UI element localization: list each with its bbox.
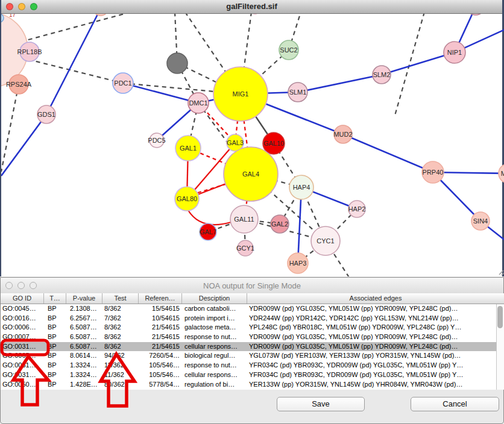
graph-node-gray[interactable] bbox=[167, 53, 187, 73]
table-cell: 6.2567… bbox=[66, 314, 102, 323]
zoom-button[interactable] bbox=[30, 282, 37, 289]
network-window-titlebar[interactable]: galFiltered.sif bbox=[1, 0, 502, 14]
graph-edge bbox=[123, 83, 198, 103]
table-row[interactable]: GO:0031…BP6.5087…8/36221/54615cellular r… bbox=[1, 342, 496, 352]
graph-node-label: HAP4 bbox=[293, 184, 310, 191]
table-cell: 8/362 bbox=[102, 332, 139, 342]
table-cell: 94/362 bbox=[102, 351, 139, 361]
minimize-button[interactable] bbox=[18, 3, 25, 10]
table-cell: GO:0016… bbox=[1, 314, 44, 323]
dialog-title: NOA output for Single Mode bbox=[1, 278, 503, 293]
table-header: GO IDT…P-valueTestReferen…DesciptionAsso… bbox=[1, 293, 504, 304]
save-button[interactable]: Save bbox=[277, 397, 365, 411]
close-button[interactable] bbox=[5, 282, 13, 289]
table-cell: BP bbox=[44, 370, 66, 380]
table-row[interactable]: GO:0050…BP1.428E…80/3625778/54…regulatio… bbox=[1, 380, 496, 390]
column-header-1[interactable]: T… bbox=[44, 293, 66, 304]
table-row[interactable]: GO:0007…BP6.5087…8/36221/54615response t… bbox=[1, 332, 496, 342]
window-title: galFiltered.sif bbox=[1, 0, 502, 13]
column-header-5[interactable]: Desciption bbox=[182, 293, 247, 304]
graph-edge bbox=[298, 75, 382, 92]
table-cell: 5778/54… bbox=[139, 380, 182, 390]
table-cell: 7/362 bbox=[102, 314, 139, 323]
column-header-6[interactable]: Associated edges bbox=[247, 293, 504, 304]
graph-node-label: SIN4 bbox=[473, 217, 488, 225]
table-row[interactable]: GO:0016…BP6.2567…7/36210/54615protein im… bbox=[1, 314, 496, 323]
cancel-button[interactable]: Cancel bbox=[411, 397, 499, 411]
graph-node-label: MIG1 bbox=[233, 90, 249, 98]
table-cell: GO:0031… bbox=[1, 342, 44, 352]
table-cell: GO:0007… bbox=[1, 332, 44, 342]
results-table: GO:0045…BP2.1308…8/36215/54615carbon cat… bbox=[1, 304, 496, 390]
noa-output-window: NOA output for Single Mode GO IDT…P-valu… bbox=[0, 277, 504, 424]
column-header-4[interactable]: Referen… bbox=[139, 293, 182, 304]
table-cell: 10/54615 bbox=[139, 314, 182, 323]
graph-node-label: SUC2 bbox=[280, 46, 297, 54]
table-cell: YDR009W (pd) YGL035C, YML051W (pp) YDR00… bbox=[247, 332, 496, 342]
column-header-3[interactable]: Test bbox=[102, 293, 139, 304]
column-header-0[interactable]: GO ID bbox=[1, 293, 44, 304]
graph-node-label: PDC5 bbox=[148, 137, 165, 144]
table-cell: 105/546… bbox=[139, 370, 182, 380]
table-cell: BP bbox=[44, 332, 66, 342]
table-cell: 8/362 bbox=[102, 323, 139, 332]
graph-node-label: GAL10 bbox=[263, 140, 284, 147]
table-cell: carbon cataboli… bbox=[182, 304, 247, 314]
table-cell: 6.5087… bbox=[66, 342, 102, 352]
close-button[interactable] bbox=[6, 3, 13, 10]
graph-node-label: GCY1 bbox=[236, 245, 254, 252]
graph-edge bbox=[1, 114, 46, 176]
resize-grip-icon[interactable] bbox=[499, 270, 504, 275]
graph-edge bbox=[46, 8, 101, 114]
table-cell: BP bbox=[44, 361, 66, 370]
network-canvas[interactable]: RPL18BRPS24AGDS1PDC1DMC1MIG1SLM1SLM2NIP1… bbox=[1, 0, 504, 276]
table-cell: YGL073W (pd) YER103W, YER133W (pp) YOR31… bbox=[247, 351, 496, 361]
scrollbar-thumb[interactable] bbox=[497, 306, 503, 328]
table-cell: regulation of bi… bbox=[182, 380, 247, 390]
table-cell: YFR034C (pd) YBR093C, YDR009W (pd) YGL03… bbox=[247, 370, 496, 380]
table-row[interactable]: GO:0006…BP6.5087…8/36221/54615galactose … bbox=[1, 323, 496, 332]
table-cell: BP bbox=[44, 314, 66, 323]
table-cell: 21/54615 bbox=[139, 342, 182, 352]
table-cell: YER133W (pp) YOR315W, YNL145W (pd) YHR08… bbox=[247, 380, 496, 390]
table-cell: cellular respons… bbox=[182, 342, 247, 352]
table-cell: YPL248C (pd) YBR018C, YML051W (pp) YDR00… bbox=[247, 323, 496, 332]
table-cell: 80/362 bbox=[102, 380, 139, 390]
table-cell: 21/54615 bbox=[139, 332, 182, 342]
network-window: RPL18BRPS24AGDS1PDC1DMC1MIG1SLM1SLM2NIP1… bbox=[0, 0, 504, 276]
table-cell: 1.428E… bbox=[66, 380, 102, 390]
table-cell: BP bbox=[44, 351, 66, 361]
table-cell: YDR244W (pp) YDR142C, YDR142C (pp) YGL15… bbox=[247, 314, 496, 323]
table-cell: 7260/54… bbox=[139, 351, 182, 361]
table-cell: response to nut… bbox=[182, 332, 247, 342]
table-cell: 15/54615 bbox=[139, 304, 182, 314]
minimize-button[interactable] bbox=[17, 282, 25, 289]
table-cell: BP bbox=[44, 304, 66, 314]
graph-edge bbox=[394, 12, 424, 117]
table-cell: GO:0045… bbox=[1, 304, 44, 314]
table-scrollbar[interactable] bbox=[496, 304, 504, 390]
graph-edge bbox=[343, 134, 433, 172]
table-cell: 1.3324… bbox=[66, 361, 102, 370]
table-row[interactable]: GO:0045…BP2.1308…8/36215/54615carbon cat… bbox=[1, 304, 496, 314]
graph-node-label: MUD2 bbox=[333, 131, 352, 138]
table-row[interactable]: GO:0031…BP1.3324…11/362105/546…response … bbox=[1, 361, 496, 370]
table-cell: GO:0031… bbox=[1, 361, 44, 370]
graph-node-label: HAP3 bbox=[289, 260, 307, 267]
noa-window-titlebar[interactable]: NOA output for Single Mode bbox=[1, 278, 503, 294]
graph-edge bbox=[1, 84, 19, 172]
graph-node-label: GAL1 bbox=[180, 145, 197, 152]
column-header-2[interactable]: P-value bbox=[66, 293, 102, 304]
table-cell: 11/362 bbox=[102, 361, 139, 370]
table-cell: 8/362 bbox=[102, 304, 139, 314]
table-cell: BP bbox=[44, 380, 66, 390]
table-cell: 105/546… bbox=[139, 361, 182, 370]
graph-node-label: GAL3 bbox=[227, 139, 244, 146]
table-cell: 8/362 bbox=[102, 342, 139, 352]
zoom-button[interactable] bbox=[30, 3, 37, 10]
graph-node-label: SLM2 bbox=[373, 71, 391, 78]
table-row[interactable]: GO:0065…BP8.0614…94/3627260/54…biologica… bbox=[1, 351, 496, 361]
graph-node-label: RPS24A bbox=[6, 81, 32, 88]
table-cell: GO:0050… bbox=[1, 380, 44, 390]
table-row[interactable]: GO:0031…BP1.3324…11/362105/546…cellular … bbox=[1, 370, 496, 380]
